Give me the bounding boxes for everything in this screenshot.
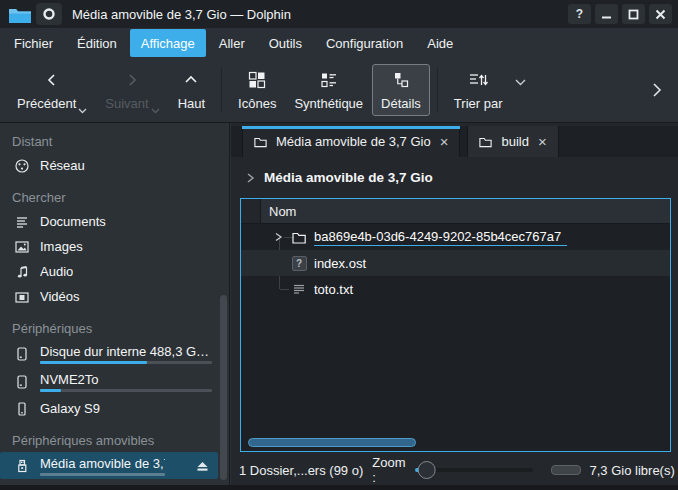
toolbar-separator xyxy=(437,67,438,113)
toolbar-overflow-button[interactable] xyxy=(652,82,662,98)
text-file-icon xyxy=(291,281,307,297)
image-icon xyxy=(13,238,30,255)
tab-close-icon[interactable]: × xyxy=(537,134,548,149)
sidebar-item-media-amovible[interactable]: Média amovible de 3,7 … xyxy=(0,452,218,479)
forward-button[interactable]: Suivant xyxy=(96,64,168,116)
breadcrumb[interactable]: Média amovible de 3,7 Gio xyxy=(231,157,678,198)
document-icon xyxy=(13,213,30,230)
file-name[interactable]: index.ost xyxy=(314,256,366,271)
file-view[interactable]: Nom ba869e4b-03d6-4249-9202-85b4cec767a7 xyxy=(240,198,671,452)
sidebar-item-label: Média amovible de 3,7 … xyxy=(40,456,165,471)
details-view-icon xyxy=(391,69,411,91)
file-row-index-ost[interactable]: ? index.ost xyxy=(241,250,670,276)
sort-icon xyxy=(467,69,489,91)
sort-by-label: Trier par xyxy=(454,96,503,111)
capacity-bar xyxy=(40,361,212,364)
sidebar-item-label: Galaxy S9 xyxy=(40,401,100,416)
breadcrumb-chevron-icon[interactable] xyxy=(246,172,255,184)
menubar: Fichier Édition Affichage Aller Outils C… xyxy=(0,28,678,58)
file-name[interactable]: ba869e4b-03d6-4249-9202-85b4cec767a7 xyxy=(314,229,567,246)
places-section-chercher: Chercher xyxy=(0,187,229,209)
sidebar-scrollbar[interactable] xyxy=(220,295,227,480)
places-section-amovibles: Périphériques amovibles xyxy=(0,430,229,452)
tab-build[interactable]: build × xyxy=(467,126,558,157)
close-button[interactable] xyxy=(649,4,672,24)
eject-icon[interactable] xyxy=(192,457,212,475)
audio-icon xyxy=(13,263,30,280)
expand-chevron-icon[interactable] xyxy=(272,231,284,243)
tab-media-amovible[interactable]: Média amovible de 3,7 Gio × xyxy=(242,126,460,157)
capacity-bar xyxy=(40,389,212,392)
menu-edition[interactable]: Édition xyxy=(66,29,128,57)
sidebar-item-label: NVME2To xyxy=(40,372,212,387)
dolphin-app-icon xyxy=(8,4,32,24)
compact-view-label: Synthétique xyxy=(294,96,363,111)
menu-configuration[interactable]: Configuration xyxy=(315,29,414,57)
back-dropdown-icon[interactable] xyxy=(78,108,87,114)
hard-drive-icon xyxy=(13,346,30,363)
main-area: Média amovible de 3,7 Gio × build × Médi… xyxy=(231,123,678,490)
column-header-nom[interactable]: Nom xyxy=(261,199,670,223)
column-header-row: Nom xyxy=(241,199,670,224)
compact-view-button[interactable]: Synthétique xyxy=(285,64,372,116)
sidebar-item-documents[interactable]: Documents xyxy=(0,209,229,234)
window-title: Média amovible de 3,7 Gio — Dolphin xyxy=(72,7,564,22)
icons-view-icon xyxy=(247,69,267,91)
window-bottom-edge xyxy=(0,485,678,490)
menu-outils[interactable]: Outils xyxy=(258,29,313,57)
places-section-peripheriques: Périphériques xyxy=(0,318,229,340)
free-space-capacity-bar xyxy=(551,465,581,475)
status-summary: 1 Dossier,...ers (99 o) xyxy=(239,463,363,478)
toolbar: Précédent Suivant Haut Icônes xyxy=(0,58,678,123)
expander-column-header xyxy=(241,199,261,223)
places-panel: Distant Réseau Chercher Documents Images xyxy=(0,123,230,490)
minimize-button[interactable] xyxy=(595,4,618,24)
maximize-button[interactable] xyxy=(622,4,645,24)
icons-view-button[interactable]: Icônes xyxy=(229,64,285,116)
sidebar-item-galaxy-s9[interactable]: Galaxy S9 xyxy=(0,396,229,421)
zoom-slider-handle[interactable] xyxy=(418,461,436,479)
file-row-toto-txt[interactable]: toto.txt xyxy=(241,276,670,302)
sidebar-item-label: Réseau xyxy=(40,158,85,173)
zoom-slider[interactable] xyxy=(415,460,533,480)
sidebar-item-label: Vidéos xyxy=(40,289,80,304)
sort-dropdown-icon[interactable] xyxy=(515,79,526,86)
file-name[interactable]: toto.txt xyxy=(314,282,353,297)
back-button[interactable]: Précédent xyxy=(8,64,96,116)
forward-icon xyxy=(122,69,142,91)
capacity-bar-fill xyxy=(40,361,147,364)
forward-dropdown-icon xyxy=(151,108,160,114)
help-button[interactable]: ? xyxy=(568,4,591,24)
menu-aller[interactable]: Aller xyxy=(208,29,256,57)
up-label: Haut xyxy=(178,96,205,111)
tab-close-icon[interactable]: × xyxy=(439,134,450,149)
sidebar-item-label: Disque dur interne 488,3 G… xyxy=(40,344,212,359)
breadcrumb-location[interactable]: Média amovible de 3,7 Gio xyxy=(264,170,433,185)
details-view-button[interactable]: Détails xyxy=(372,64,430,116)
free-space-label: 7,3 Gio libre(s) xyxy=(590,463,675,478)
up-icon xyxy=(181,69,201,91)
phone-icon xyxy=(13,400,30,417)
horizontal-scrollbar[interactable] xyxy=(248,438,416,447)
menu-aide[interactable]: Aide xyxy=(416,29,464,57)
file-rows: ba869e4b-03d6-4249-9202-85b4cec767a7 ? i… xyxy=(241,224,670,302)
menu-affichage[interactable]: Affichage xyxy=(130,29,206,57)
sidebar-item-nvme2to[interactable]: NVME2To xyxy=(0,368,229,396)
sidebar-item-videos[interactable]: Vidéos xyxy=(0,284,229,309)
menu-fichier[interactable]: Fichier xyxy=(3,29,64,57)
capacity-bar xyxy=(40,473,165,476)
unknown-file-icon: ? xyxy=(291,255,307,271)
sidebar-item-audio[interactable]: Audio xyxy=(0,259,229,284)
titlebar[interactable]: Média amovible de 3,7 Gio — Dolphin ? xyxy=(0,0,678,28)
file-row-folder[interactable]: ba869e4b-03d6-4249-9202-85b4cec767a7 xyxy=(241,224,670,250)
sidebar-item-images[interactable]: Images xyxy=(0,234,229,259)
status-bar: 1 Dossier,...ers (99 o) Zoom : 7,3 Gio l… xyxy=(231,455,678,485)
window-menu-icon[interactable] xyxy=(36,3,62,25)
details-view-label: Détails xyxy=(381,96,421,111)
up-button[interactable]: Haut xyxy=(169,64,214,116)
tab-label: Média amovible de 3,7 Gio xyxy=(276,134,431,149)
sort-by-button[interactable]: Trier par xyxy=(445,64,512,116)
sidebar-item-disque-interne[interactable]: Disque dur interne 488,3 G… xyxy=(0,340,229,368)
icons-view-label: Icônes xyxy=(238,96,276,111)
sidebar-item-reseau[interactable]: Réseau xyxy=(0,153,229,178)
